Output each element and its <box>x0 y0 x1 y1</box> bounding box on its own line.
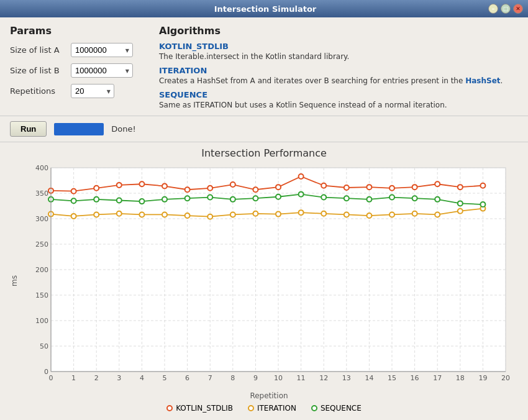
maximize-button[interactable]: □ <box>501 4 511 14</box>
svg-text:150: 150 <box>35 291 48 299</box>
params-section: Params Size of list A 1000000 100000 500… <box>10 25 147 111</box>
svg-point-63 <box>94 186 99 191</box>
svg-point-91 <box>276 212 281 217</box>
svg-point-99 <box>458 209 463 214</box>
algorithms-title: Algorithms <box>159 25 518 37</box>
algo-iteration-name: ITERATION <box>159 66 518 75</box>
svg-point-87 <box>185 213 190 218</box>
svg-text:18: 18 <box>456 374 465 382</box>
svg-point-83 <box>94 212 99 217</box>
window-controls[interactable]: – □ ✕ <box>488 4 523 14</box>
svg-point-95 <box>366 213 371 218</box>
svg-point-86 <box>162 212 167 217</box>
svg-point-98 <box>435 212 440 217</box>
svg-text:4: 4 <box>140 374 144 382</box>
params-title: Params <box>10 25 147 37</box>
repetitions-row: Repetitions 20 5 10 50 <box>10 84 147 98</box>
svg-point-115 <box>366 197 371 202</box>
chart-wrapper: ms 0501001502002503003504000123456789101… <box>10 162 518 400</box>
svg-point-67 <box>185 187 190 192</box>
size-list-b-select[interactable]: 1000000 100000 500000 2000000 <box>71 63 133 78</box>
algo-kotlin-stdlib-desc: The Iterable.intersect in the Kotlin sta… <box>159 51 518 62</box>
svg-text:400: 400 <box>35 164 48 172</box>
svg-text:8: 8 <box>230 374 235 382</box>
svg-point-90 <box>253 211 258 216</box>
chart-legend: KOTLIN_STDLIB ITERATION SEQUENCE <box>166 400 362 415</box>
svg-point-108 <box>207 195 212 200</box>
size-list-a-wrapper: 1000000 100000 500000 2000000 <box>71 43 133 57</box>
top-panel: Params Size of list A 1000000 100000 500… <box>0 17 528 116</box>
legend-circle-iteration <box>248 405 254 411</box>
window-title: Intersection Simulator <box>42 4 488 14</box>
svg-text:7: 7 <box>208 374 212 382</box>
x-axis-label: Repetition <box>20 391 518 400</box>
legend-label-kotlin: KOTLIN_STDLIB <box>176 404 233 413</box>
svg-point-72 <box>299 174 304 179</box>
svg-point-85 <box>139 212 144 217</box>
svg-point-77 <box>412 185 417 189</box>
svg-point-104 <box>117 198 122 203</box>
svg-text:5: 5 <box>163 374 167 382</box>
svg-point-62 <box>71 189 76 194</box>
svg-point-78 <box>435 181 440 186</box>
svg-point-112 <box>299 192 304 197</box>
algo-kotlin-stdlib-name: KOTLIN_STDLIB <box>159 42 518 51</box>
svg-point-118 <box>435 197 440 202</box>
algorithms-section: Algorithms KOTLIN_STDLIB The Iterable.in… <box>159 25 518 111</box>
svg-text:9: 9 <box>253 374 258 382</box>
svg-text:250: 250 <box>35 240 48 249</box>
svg-point-120 <box>480 202 485 207</box>
svg-point-93 <box>321 211 326 216</box>
svg-point-114 <box>344 196 349 201</box>
svg-text:10: 10 <box>274 374 283 382</box>
algo-sequence-name: SEQUENCE <box>159 90 518 99</box>
svg-point-73 <box>321 183 326 188</box>
chart-title: Intersection Performance <box>201 147 327 159</box>
run-button[interactable]: Run <box>10 121 47 137</box>
minimize-button[interactable]: – <box>488 4 498 14</box>
svg-point-65 <box>139 181 144 186</box>
svg-text:350: 350 <box>35 189 48 198</box>
svg-text:17: 17 <box>433 374 442 382</box>
svg-point-68 <box>207 186 212 191</box>
size-list-a-row: Size of list A 1000000 100000 500000 200… <box>10 43 147 57</box>
svg-point-109 <box>230 197 235 202</box>
chart-section: Intersection Performance ms 050100150200… <box>0 142 528 420</box>
svg-point-89 <box>230 212 235 217</box>
size-list-a-select[interactable]: 1000000 100000 500000 2000000 <box>71 43 133 57</box>
svg-point-69 <box>230 182 235 187</box>
progress-bar <box>54 123 104 135</box>
svg-point-80 <box>480 183 485 188</box>
svg-text:20: 20 <box>501 374 510 382</box>
svg-point-79 <box>458 185 463 189</box>
svg-point-64 <box>117 183 122 188</box>
svg-text:11: 11 <box>297 374 306 382</box>
done-label: Done! <box>111 124 135 134</box>
svg-point-113 <box>321 195 326 200</box>
svg-text:50: 50 <box>40 342 48 350</box>
repetitions-wrapper: 20 5 10 50 <box>71 84 114 98</box>
repetitions-select[interactable]: 20 5 10 50 <box>71 84 114 98</box>
algo-iteration-desc: Creates a HashSet from A and iterates ov… <box>159 75 518 86</box>
svg-text:3: 3 <box>117 374 121 382</box>
svg-point-74 <box>344 185 349 190</box>
svg-point-119 <box>458 201 463 206</box>
run-panel: Run Done! <box>0 116 528 142</box>
size-list-b-row: Size of list B 1000000 100000 500000 200… <box>10 63 147 78</box>
svg-point-105 <box>139 199 144 204</box>
main-window: Params Size of list A 1000000 100000 500… <box>0 17 528 420</box>
chart-svg: 0501001502002503003504000123456789101112… <box>20 162 518 390</box>
size-list-a-label: Size of list A <box>10 45 66 55</box>
svg-point-66 <box>162 184 167 189</box>
legend-item-kotlin: KOTLIN_STDLIB <box>166 404 233 413</box>
svg-text:200: 200 <box>35 266 48 274</box>
svg-text:15: 15 <box>388 374 396 382</box>
svg-text:2: 2 <box>94 374 99 382</box>
svg-point-106 <box>162 197 167 202</box>
svg-point-110 <box>253 196 258 201</box>
svg-point-94 <box>344 212 349 217</box>
legend-circle-kotlin <box>166 405 173 411</box>
svg-text:19: 19 <box>478 374 487 382</box>
close-button[interactable]: ✕ <box>513 4 523 14</box>
svg-text:16: 16 <box>411 374 419 382</box>
